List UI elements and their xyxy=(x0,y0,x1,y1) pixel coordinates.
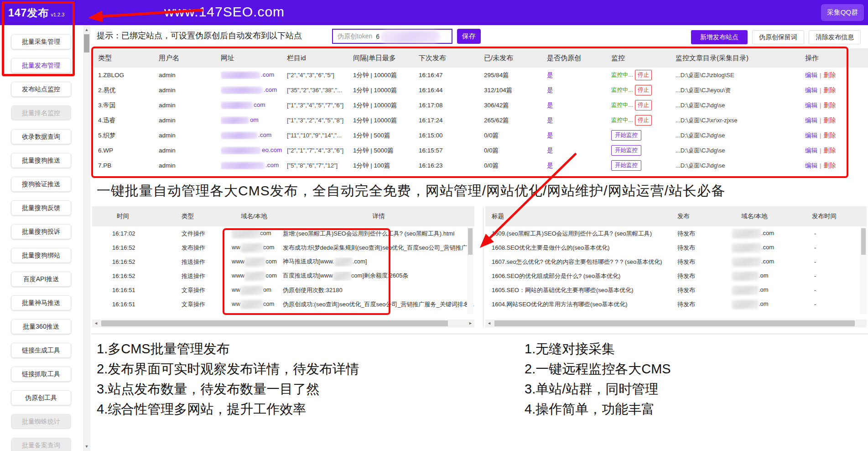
sidebar-item-11[interactable]: 百度API推送 xyxy=(11,272,71,287)
site-table-header: 操作 xyxy=(805,54,868,63)
log-domain-suffix: com xyxy=(265,258,277,265)
action-separator: | xyxy=(820,102,821,109)
sidebar-item-3[interactable]: 发布站点监控 xyxy=(11,82,71,97)
pending-table-scrollbar-thumb[interactable] xyxy=(861,228,866,255)
sidebar-scrollbar-thumb[interactable] xyxy=(84,34,89,52)
redacted-domain-blur xyxy=(221,87,263,94)
start-monitor-button[interactable]: 开始监控 xyxy=(611,130,641,141)
log-table-header: 域名/本地 xyxy=(232,212,283,220)
log-table-scrollbar-thumb[interactable] xyxy=(468,228,473,255)
site-url-suffix[interactable]: om xyxy=(250,116,259,123)
site-url-suffix[interactable]: .com xyxy=(265,162,279,168)
site-actions-cell: 编辑|删除 xyxy=(805,71,868,79)
pending-domain-suffix: .com xyxy=(761,244,774,251)
feature-item: 1.多CMS批量管理发布 xyxy=(97,339,359,359)
site-url-suffix[interactable]: eo.com xyxy=(262,147,282,153)
pseudo-token-input[interactable]: 伪原创token 6 xyxy=(332,29,452,44)
scroll-down-icon[interactable]: ▼ xyxy=(83,443,90,450)
delete-link[interactable]: 删除 xyxy=(824,87,836,94)
scroll-up-icon[interactable]: ▲ xyxy=(83,26,90,33)
delete-link[interactable]: 删除 xyxy=(824,147,836,154)
start-monitor-button[interactable]: 开始监控 xyxy=(611,160,641,171)
site-url-cell[interactable]: .com xyxy=(221,86,287,94)
scroll-left-icon[interactable]: ◄ xyxy=(485,320,493,327)
save-button[interactable]: 保存 xyxy=(457,29,481,44)
stop-monitor-button[interactable]: 停止 xyxy=(635,115,652,126)
sidebar-item-6[interactable]: 批量搜狗推送 xyxy=(11,153,71,168)
sidebar-item-13[interactable]: 批量360推送 xyxy=(11,319,71,334)
pending-table-hscrollbar[interactable]: ◄ xyxy=(485,320,867,327)
edit-link[interactable]: 编辑 xyxy=(805,162,817,169)
add-publish-site-button[interactable]: 新增发布站点 xyxy=(691,30,748,44)
scroll-left-icon[interactable]: ◄ xyxy=(92,320,100,327)
sidebar-item-2[interactable]: 批量发布管理 xyxy=(11,58,71,73)
site-monitor-cell: 开始监控 xyxy=(611,145,676,156)
edit-link[interactable]: 编辑 xyxy=(805,147,817,154)
site-next-publish: 16:15:00 xyxy=(419,132,484,139)
edit-link[interactable]: 编辑 xyxy=(805,72,817,79)
edit-link[interactable]: 编辑 xyxy=(805,87,817,94)
app-version: v1.2.3 xyxy=(51,12,64,17)
stop-monitor-button[interactable]: 停止 xyxy=(635,85,652,95)
log-table-hscrollbar-thumb[interactable] xyxy=(101,320,448,326)
sidebar-item-15[interactable]: 链接抓取工具 xyxy=(11,367,71,382)
sidebar-item-1[interactable]: 批量采集管理 xyxy=(11,34,71,49)
sidebar-item-14[interactable]: 链接生成工具 xyxy=(11,343,71,358)
clear-publish-info-button[interactable]: 清除发布信息 xyxy=(809,30,861,44)
delete-link[interactable]: 删除 xyxy=(824,162,836,169)
pending-row: 1604.网站SEO优化的常用方法有哪些(seo基本优化)待发布.om- xyxy=(485,297,867,311)
edit-link[interactable]: 编辑 xyxy=(805,117,817,124)
pending-table-scrollbar[interactable] xyxy=(860,227,867,314)
site-url-suffix[interactable]: com xyxy=(254,101,265,108)
token-redacted-blur xyxy=(380,31,440,42)
site-next-publish: 16:16:47 xyxy=(419,72,484,79)
delete-link[interactable]: 删除 xyxy=(824,102,836,109)
sidebar-item-9[interactable]: 批量搜狗投诉 xyxy=(11,224,71,239)
log-table-header-row: 时间类型域名/本地详情 xyxy=(92,206,474,226)
stop-monitor-button[interactable]: 停止 xyxy=(635,70,652,80)
site-url-suffix[interactable]: .com xyxy=(261,71,274,78)
site-url-cell[interactable]: .com xyxy=(221,131,287,139)
pending-domain-cell: .om xyxy=(721,286,803,295)
sidebar-scrollbar[interactable]: ▲ ▼ xyxy=(83,25,90,451)
delete-link[interactable]: 删除 xyxy=(824,132,836,139)
site-url-cell[interactable]: .com xyxy=(221,162,287,169)
site-table-header: 用户名 xyxy=(159,54,221,63)
sidebar-item-8[interactable]: 批量搜狗反馈 xyxy=(11,200,71,215)
log-table-hscrollbar[interactable]: ◄ ► xyxy=(92,320,474,327)
pending-row: 1605.SEO：网站的基础优化主要有哪些(seo基本优化)待发布.om- xyxy=(485,283,867,297)
site-monitor-directory: ...D:\桌面\CJ\zblog\SE xyxy=(676,71,805,79)
delete-link[interactable]: 删除 xyxy=(824,117,836,124)
site-url-cell[interactable]: om xyxy=(221,116,287,124)
log-table-scrollbar[interactable] xyxy=(467,227,473,314)
pending-publish-time: - xyxy=(803,301,867,308)
start-monitor-button[interactable]: 开始监控 xyxy=(611,145,641,156)
site-url-cell[interactable]: .com xyxy=(221,71,287,79)
site-url-suffix[interactable]: .com xyxy=(264,86,277,93)
section-divider xyxy=(91,334,868,334)
site-column-ids: ["11","10","9","14","... xyxy=(287,132,353,139)
delete-link[interactable]: 删除 xyxy=(824,72,836,79)
stop-monitor-button[interactable]: 停止 xyxy=(635,100,652,110)
sidebar-item-10[interactable]: 批量搜狗绑站 xyxy=(11,248,71,263)
pending-status: 待发布 xyxy=(670,230,721,238)
sidebar-item-7[interactable]: 搜狗验证推送 xyxy=(11,177,71,192)
edit-link[interactable]: 编辑 xyxy=(805,132,817,139)
sidebar-item-16[interactable]: 伪原创工具 xyxy=(11,390,71,405)
scroll-right-icon[interactable]: ► xyxy=(467,320,474,327)
pseudo-reserve-words-button[interactable]: 伪原创保留词 xyxy=(752,30,804,44)
site-url-text: www.147SEO.com xyxy=(164,4,285,20)
site-table-row: 5.织梦admin.com["11","10","9","14","...1分钟… xyxy=(92,128,868,143)
sidebar-item-5[interactable]: 收录数据查询 xyxy=(11,129,71,144)
pending-table-hscrollbar-thumb[interactable] xyxy=(494,320,855,326)
site-url-suffix[interactable]: .com xyxy=(258,131,271,138)
qq-group-button[interactable]: 采集QQ群 xyxy=(821,4,864,21)
site-url-cell[interactable]: com xyxy=(221,101,287,109)
redacted-domain-blur xyxy=(732,300,759,309)
redacted-domain-blur xyxy=(240,286,263,295)
sidebar-item-12[interactable]: 批量神马推送 xyxy=(11,295,71,310)
action-separator: | xyxy=(820,87,821,94)
site-url-cell[interactable]: eo.com xyxy=(221,147,287,154)
log-detail: 伪原创使用次数:32180 xyxy=(283,286,474,294)
edit-link[interactable]: 编辑 xyxy=(805,102,817,109)
